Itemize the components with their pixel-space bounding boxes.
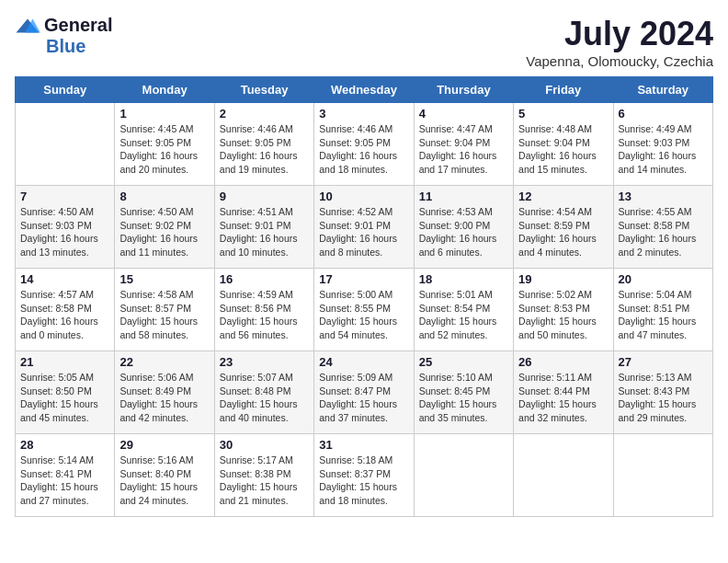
- table-row: [414, 434, 513, 517]
- day-number: 31: [319, 438, 408, 452]
- cell-content: Sunrise: 4:57 AMSunset: 8:58 PMDaylight:…: [20, 288, 109, 342]
- table-row: 17Sunrise: 5:00 AMSunset: 8:55 PMDayligh…: [314, 269, 414, 351]
- cell-content: Sunrise: 4:58 AMSunset: 8:57 PMDaylight:…: [119, 288, 209, 342]
- cell-content: Sunrise: 5:06 AMSunset: 8:49 PMDaylight:…: [119, 371, 209, 425]
- cell-content: Sunrise: 5:14 AMSunset: 8:41 PMDaylight:…: [20, 454, 109, 508]
- day-number: 11: [419, 190, 508, 203]
- table-row: 16Sunrise: 4:59 AMSunset: 8:56 PMDayligh…: [214, 269, 313, 351]
- table-row: 20Sunrise: 5:04 AMSunset: 8:51 PMDayligh…: [613, 269, 712, 351]
- day-number: 8: [119, 190, 209, 203]
- table-row: 6Sunrise: 4:49 AMSunset: 9:03 PMDaylight…: [613, 103, 712, 186]
- cell-content: Sunrise: 4:47 AMSunset: 9:04 PMDaylight:…: [419, 122, 508, 177]
- logo-general: General: [44, 15, 112, 36]
- day-number: 15: [119, 272, 209, 286]
- table-row: 18Sunrise: 5:01 AMSunset: 8:54 PMDayligh…: [414, 269, 513, 351]
- header-thursday: Thursday: [414, 77, 513, 103]
- day-number: 14: [20, 272, 109, 286]
- cell-content: Sunrise: 4:51 AMSunset: 9:01 PMDaylight:…: [220, 205, 309, 259]
- cell-content: Sunrise: 4:54 AMSunset: 8:59 PMDaylight:…: [518, 205, 608, 259]
- location-title: Vapenna, Olomoucky, Czechia: [526, 53, 713, 69]
- day-number: 23: [220, 355, 309, 369]
- day-number: 5: [518, 107, 608, 121]
- table-row: 2Sunrise: 4:46 AMSunset: 9:05 PMDaylight…: [214, 103, 313, 186]
- table-row: 9Sunrise: 4:51 AMSunset: 9:01 PMDaylight…: [214, 186, 313, 269]
- day-number: 22: [119, 355, 209, 369]
- logo-blue: Blue: [46, 36, 85, 57]
- cell-content: Sunrise: 4:52 AMSunset: 9:01 PMDaylight:…: [319, 205, 408, 259]
- day-number: 3: [319, 107, 408, 121]
- day-number: 7: [20, 190, 109, 203]
- logo: General Blue: [15, 15, 112, 57]
- cell-content: Sunrise: 5:07 AMSunset: 8:48 PMDaylight:…: [220, 371, 309, 425]
- day-number: 2: [220, 107, 309, 121]
- cell-content: Sunrise: 5:02 AMSunset: 8:53 PMDaylight:…: [518, 288, 608, 342]
- cell-content: Sunrise: 5:16 AMSunset: 8:40 PMDaylight:…: [119, 454, 209, 508]
- table-row: 8Sunrise: 4:50 AMSunset: 9:02 PMDaylight…: [115, 186, 214, 269]
- day-number: 27: [619, 355, 708, 369]
- table-row: 13Sunrise: 4:55 AMSunset: 8:58 PMDayligh…: [613, 186, 712, 269]
- cell-content: Sunrise: 4:46 AMSunset: 9:05 PMDaylight:…: [220, 122, 309, 177]
- table-row: 14Sunrise: 4:57 AMSunset: 8:58 PMDayligh…: [16, 269, 115, 351]
- cell-content: Sunrise: 5:09 AMSunset: 8:47 PMDaylight:…: [319, 371, 408, 425]
- cell-content: Sunrise: 4:59 AMSunset: 8:56 PMDaylight:…: [220, 288, 309, 342]
- day-number: 25: [419, 355, 508, 369]
- cell-content: Sunrise: 5:13 AMSunset: 8:43 PMDaylight:…: [619, 371, 708, 425]
- table-row: 31Sunrise: 5:18 AMSunset: 8:37 PMDayligh…: [314, 434, 414, 517]
- header-wednesday: Wednesday: [314, 77, 414, 103]
- cell-content: Sunrise: 4:45 AMSunset: 9:05 PMDaylight:…: [119, 122, 209, 177]
- cell-content: Sunrise: 5:18 AMSunset: 8:37 PMDaylight:…: [319, 454, 408, 508]
- header-friday: Friday: [514, 77, 613, 103]
- cell-content: Sunrise: 4:49 AMSunset: 9:03 PMDaylight:…: [619, 122, 708, 177]
- cell-content: Sunrise: 5:00 AMSunset: 8:55 PMDaylight:…: [319, 288, 408, 342]
- cell-content: Sunrise: 4:55 AMSunset: 8:58 PMDaylight:…: [619, 205, 708, 259]
- day-number: 1: [119, 107, 209, 121]
- calendar-header-row: Sunday Monday Tuesday Wednesday Thursday…: [16, 77, 713, 103]
- day-number: 21: [20, 355, 109, 369]
- day-number: 4: [419, 107, 508, 121]
- calendar-week-row: 28Sunrise: 5:14 AMSunset: 8:41 PMDayligh…: [16, 434, 713, 517]
- calendar-week-row: 21Sunrise: 5:05 AMSunset: 8:50 PMDayligh…: [16, 351, 713, 434]
- cell-content: Sunrise: 4:50 AMSunset: 9:03 PMDaylight:…: [20, 205, 109, 259]
- calendar-week-row: 1Sunrise: 4:45 AMSunset: 9:05 PMDaylight…: [16, 103, 713, 186]
- table-row: [16, 103, 115, 186]
- cell-content: Sunrise: 4:50 AMSunset: 9:02 PMDaylight:…: [119, 205, 209, 259]
- cell-content: Sunrise: 4:46 AMSunset: 9:05 PMDaylight:…: [319, 122, 408, 177]
- cell-content: Sunrise: 5:01 AMSunset: 8:54 PMDaylight:…: [419, 288, 508, 342]
- header-sunday: Sunday: [16, 77, 115, 103]
- table-row: 10Sunrise: 4:52 AMSunset: 9:01 PMDayligh…: [314, 186, 414, 269]
- table-row: 23Sunrise: 5:07 AMSunset: 8:48 PMDayligh…: [214, 351, 313, 434]
- header-monday: Monday: [115, 77, 214, 103]
- table-row: 3Sunrise: 4:46 AMSunset: 9:05 PMDaylight…: [314, 103, 414, 186]
- day-number: 24: [319, 355, 408, 369]
- table-row: [613, 434, 712, 517]
- calendar-week-row: 14Sunrise: 4:57 AMSunset: 8:58 PMDayligh…: [16, 269, 713, 351]
- calendar-table: Sunday Monday Tuesday Wednesday Thursday…: [15, 76, 713, 517]
- day-number: 17: [319, 272, 408, 286]
- month-title: July 2024: [526, 15, 713, 53]
- logo-icon: [15, 17, 40, 34]
- table-row: 29Sunrise: 5:16 AMSunset: 8:40 PMDayligh…: [115, 434, 214, 517]
- table-row: 15Sunrise: 4:58 AMSunset: 8:57 PMDayligh…: [115, 269, 214, 351]
- day-number: 29: [119, 438, 209, 452]
- day-number: 20: [619, 272, 708, 286]
- cell-content: Sunrise: 5:10 AMSunset: 8:45 PMDaylight:…: [419, 371, 508, 425]
- table-row: 24Sunrise: 5:09 AMSunset: 8:47 PMDayligh…: [314, 351, 414, 434]
- cell-content: Sunrise: 4:53 AMSunset: 9:00 PMDaylight:…: [419, 205, 508, 259]
- table-row: 11Sunrise: 4:53 AMSunset: 9:00 PMDayligh…: [414, 186, 513, 269]
- header-saturday: Saturday: [613, 77, 712, 103]
- day-number: 30: [220, 438, 309, 452]
- table-row: 30Sunrise: 5:17 AMSunset: 8:38 PMDayligh…: [214, 434, 313, 517]
- day-number: 18: [419, 272, 508, 286]
- day-number: 6: [619, 107, 708, 121]
- table-row: 5Sunrise: 4:48 AMSunset: 9:04 PMDaylight…: [514, 103, 613, 186]
- cell-content: Sunrise: 5:17 AMSunset: 8:38 PMDaylight:…: [220, 454, 309, 508]
- table-row: 21Sunrise: 5:05 AMSunset: 8:50 PMDayligh…: [16, 351, 115, 434]
- title-area: July 2024 Vapenna, Olomoucky, Czechia: [526, 15, 713, 69]
- table-row: 12Sunrise: 4:54 AMSunset: 8:59 PMDayligh…: [514, 186, 613, 269]
- table-row: 27Sunrise: 5:13 AMSunset: 8:43 PMDayligh…: [613, 351, 712, 434]
- cell-content: Sunrise: 4:48 AMSunset: 9:04 PMDaylight:…: [518, 122, 608, 177]
- cell-content: Sunrise: 5:04 AMSunset: 8:51 PMDaylight:…: [619, 288, 708, 342]
- day-number: 26: [518, 355, 608, 369]
- day-number: 16: [220, 272, 309, 286]
- table-row: 7Sunrise: 4:50 AMSunset: 9:03 PMDaylight…: [16, 186, 115, 269]
